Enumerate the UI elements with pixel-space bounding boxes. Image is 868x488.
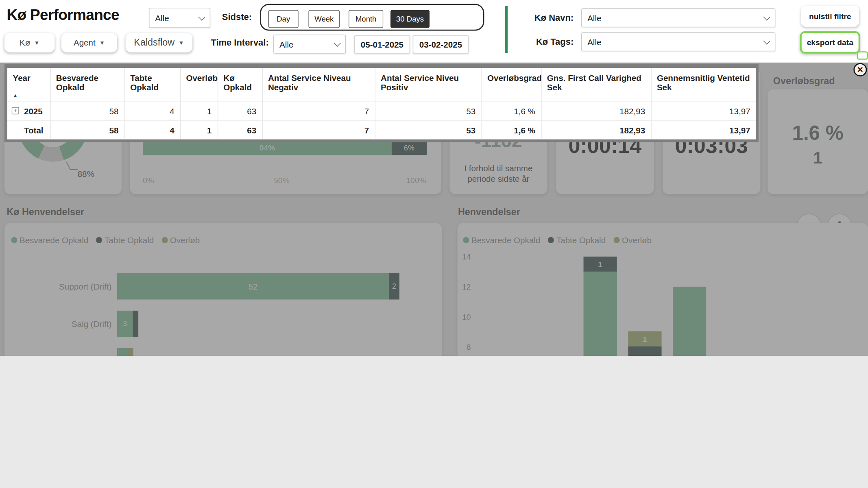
column-header-besvarede[interactable]: Besvarede Opkald bbox=[50, 68, 124, 101]
column-header-year[interactable]: Year▲ bbox=[7, 68, 50, 101]
agent-filter-pill[interactable]: Agent▼ bbox=[61, 33, 117, 52]
time-interval-select[interactable]: Alle bbox=[273, 35, 346, 54]
cell: 1,6 % bbox=[482, 102, 541, 121]
dashboard-root: 88% 94% 6% 0% 50% 100% -1162 I forhold t… bbox=[0, 0, 868, 356]
cell: 1,6 % bbox=[482, 120, 541, 139]
page-title: Kø Performance bbox=[7, 7, 119, 24]
table-row-2025[interactable]: +2025 58 4 1 63 7 53 1,6 % 182,93 13,97 bbox=[7, 102, 756, 121]
ko-tags-select[interactable]: Alle bbox=[581, 33, 775, 52]
select-value: Alle bbox=[587, 13, 601, 22]
period-button-group: Day Week Month 30 Days bbox=[260, 4, 484, 31]
dropdown-arrow-icon: ▼ bbox=[34, 39, 40, 46]
select-value: Alle bbox=[155, 13, 169, 22]
cell: 182,93 bbox=[541, 102, 651, 121]
cell: 1 bbox=[180, 102, 218, 121]
pill-label: Kaldsflow bbox=[134, 37, 174, 48]
period-30days-button[interactable]: 30 Days bbox=[390, 10, 430, 28]
column-header-overlob[interactable]: Overløb bbox=[180, 68, 218, 101]
column-header-ko-opkald[interactable]: Kø Opkald bbox=[218, 68, 262, 101]
year-value: 2025 bbox=[24, 106, 43, 115]
chevron-down-icon bbox=[763, 13, 770, 20]
cell: 13,97 bbox=[651, 120, 756, 139]
column-header-service-positiv[interactable]: Antal Service Niveu Positiv bbox=[375, 68, 482, 101]
cell: 63 bbox=[218, 120, 262, 139]
header-divider bbox=[505, 6, 508, 53]
cell: 53 bbox=[375, 120, 482, 139]
close-icon[interactable]: ✕ bbox=[853, 63, 867, 76]
dropdown-arrow-icon: ▼ bbox=[99, 39, 105, 46]
chevron-down-icon bbox=[763, 37, 770, 44]
date-to-input[interactable]: 03-02-2025 bbox=[413, 35, 469, 53]
global-filter-select[interactable]: Alle bbox=[149, 8, 210, 28]
cell: 63 bbox=[218, 102, 262, 121]
cell: 53 bbox=[375, 102, 482, 121]
cell: 182,93 bbox=[541, 120, 651, 139]
ko-tags-label: Kø Tags: bbox=[536, 37, 574, 47]
cell: 1 bbox=[180, 120, 218, 139]
chevron-down-icon bbox=[334, 39, 340, 46]
cell: 4 bbox=[124, 120, 180, 139]
expand-icon[interactable]: + bbox=[12, 107, 19, 114]
column-header-service-negativ[interactable]: Antal Service Niveau Negativ bbox=[262, 68, 375, 101]
sidste-label: Sidste: bbox=[222, 12, 252, 22]
pill-label: Agent bbox=[74, 38, 96, 47]
cell: 7 bbox=[262, 102, 375, 121]
performance-table: Year▲ Besvarede Opkald Tabte Opkald Over… bbox=[7, 68, 756, 139]
cell: 4 bbox=[124, 102, 180, 121]
cell: 58 bbox=[50, 102, 124, 121]
total-label: Total bbox=[7, 120, 50, 139]
table-popup: Year▲ Besvarede Opkald Tabte Opkald Over… bbox=[4, 63, 759, 142]
more-options-button[interactable]: ... bbox=[857, 51, 868, 60]
column-header-tabte[interactable]: Tabte Opkald bbox=[124, 68, 180, 101]
ko-navn-label: Kø Navn: bbox=[534, 13, 574, 23]
sort-ascending-icon: ▲ bbox=[13, 92, 18, 98]
period-day-button[interactable]: Day bbox=[268, 10, 299, 28]
time-interval-label: Time Interval: bbox=[211, 38, 268, 48]
cell: 58 bbox=[50, 120, 124, 139]
column-header-overlobsgrad[interactable]: Overløbsgrad bbox=[482, 68, 541, 101]
ko-filter-pill[interactable]: Kø▼ bbox=[4, 33, 55, 52]
ko-navn-select[interactable]: Alle bbox=[581, 9, 775, 28]
reset-filters-button[interactable]: nulstil filtre bbox=[801, 6, 859, 27]
chevron-down-icon bbox=[198, 13, 205, 20]
date-from-input[interactable]: 05-01-2025 bbox=[354, 35, 410, 53]
period-week-button[interactable]: Week bbox=[308, 10, 340, 28]
export-data-button[interactable]: eksport data bbox=[800, 31, 860, 54]
select-value: Alle bbox=[587, 37, 601, 46]
kaldsflow-filter-pill[interactable]: Kaldsflow▼ bbox=[126, 33, 193, 52]
cell: 7 bbox=[262, 120, 375, 139]
header: Kø Performance Alle Sidste: Day Week Mon… bbox=[0, 0, 868, 63]
period-month-button[interactable]: Month bbox=[349, 10, 383, 28]
column-header-ventetid[interactable]: Gennemsnitlig Ventetid Sek bbox=[651, 68, 756, 101]
header-label: Year bbox=[13, 73, 31, 83]
column-header-first-call[interactable]: Gns. First Call Varighed Sek bbox=[541, 68, 651, 101]
cell: 13,97 bbox=[651, 102, 756, 121]
pill-label: Kø bbox=[20, 38, 30, 47]
select-value: Alle bbox=[279, 39, 293, 49]
dropdown-arrow-icon: ▼ bbox=[179, 39, 184, 46]
table-row-total: Total 58 4 1 63 7 53 1,6 % 182,93 13,97 bbox=[7, 120, 756, 139]
